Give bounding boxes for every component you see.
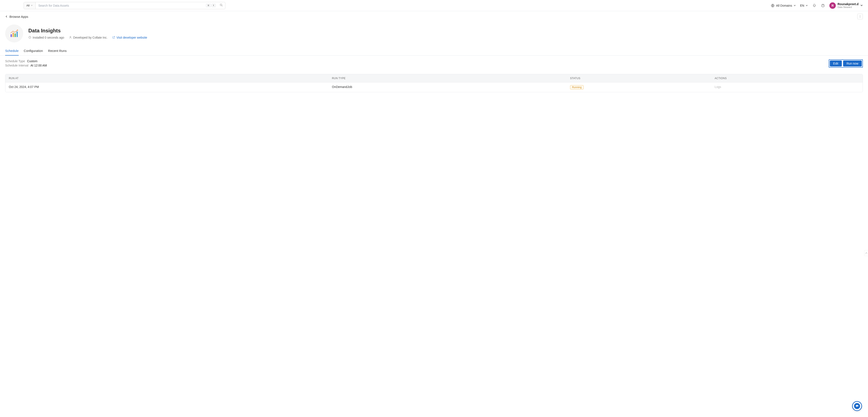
header-run-at: RUN AT bbox=[9, 77, 332, 80]
svg-point-5 bbox=[860, 15, 860, 16]
svg-point-7 bbox=[860, 17, 860, 18]
svg-point-13 bbox=[70, 36, 71, 37]
globe-icon bbox=[771, 3, 775, 8]
app-header: Data Insights Installed 0 seconds ago De… bbox=[0, 21, 868, 47]
external-link-icon bbox=[112, 36, 115, 39]
installed-meta: Installed 0 seconds ago bbox=[28, 36, 64, 39]
help-icon[interactable] bbox=[821, 3, 825, 8]
svg-line-1 bbox=[222, 6, 222, 6]
chevron-down-icon bbox=[31, 4, 33, 7]
user-name: Rounakpreet.d bbox=[838, 2, 859, 6]
avatar: R bbox=[829, 2, 836, 9]
language-selector[interactable]: EN bbox=[800, 4, 808, 7]
topbar: All ⌘ K All Domains EN bbox=[0, 0, 868, 11]
chevron-down-icon bbox=[806, 4, 808, 7]
chevron-down-icon bbox=[860, 4, 863, 7]
cell-status: Running bbox=[570, 85, 715, 90]
search-shortcut: ⌘ K bbox=[206, 4, 216, 7]
content: Schedule Type Custom Schedule Interval A… bbox=[0, 56, 868, 96]
user-role: Data Steward bbox=[838, 6, 859, 8]
schedule-interval-line: Schedule Interval At 12:00 AM bbox=[5, 64, 47, 67]
website-meta[interactable]: Visit developer website bbox=[112, 36, 147, 39]
svg-rect-11 bbox=[17, 32, 18, 37]
search-bar: All ⌘ K bbox=[24, 2, 225, 9]
tabs: Schedule Configuration Recent Runs bbox=[0, 47, 868, 56]
schedule-info: Schedule Type Custom Schedule Interval A… bbox=[5, 59, 47, 67]
svg-point-6 bbox=[860, 16, 860, 17]
table-header: RUN AT RUN TYPE STATUS ACTIONS bbox=[5, 74, 863, 83]
domain-selector[interactable]: All Domains bbox=[771, 3, 796, 8]
language-label: EN bbox=[800, 4, 804, 7]
app-icon bbox=[5, 25, 23, 42]
table-row: Oct 24, 2024, 4:07 PM OnDemandJob Runnin… bbox=[5, 83, 863, 92]
svg-point-0 bbox=[220, 4, 222, 6]
tab-configuration[interactable]: Configuration bbox=[24, 47, 43, 56]
header-status: STATUS bbox=[570, 77, 715, 80]
tab-recent-runs[interactable]: Recent Runs bbox=[48, 47, 67, 56]
header-run-type: RUN TYPE bbox=[332, 77, 570, 80]
search-filter-dropdown[interactable]: All bbox=[24, 2, 36, 9]
bell-icon[interactable] bbox=[812, 3, 816, 8]
schedule-row: Schedule Type Custom Schedule Interval A… bbox=[5, 59, 863, 68]
back-row: Browse Apps bbox=[0, 11, 868, 21]
schedule-interval-value: At 12:00 AM bbox=[30, 64, 47, 67]
person-icon bbox=[69, 36, 72, 39]
clock-icon bbox=[28, 36, 31, 39]
schedule-type-line: Schedule Type Custom bbox=[5, 59, 47, 63]
user-text: Rounakpreet.d Data Steward bbox=[838, 2, 859, 9]
app-title: Data Insights bbox=[28, 28, 147, 34]
search-filter-label: All bbox=[26, 4, 29, 7]
schedule-actions: Edit Run now bbox=[829, 59, 863, 68]
installed-text: Installed 0 seconds ago bbox=[33, 36, 64, 39]
back-label: Browse Apps bbox=[9, 15, 28, 19]
logs-link[interactable]: Logs bbox=[715, 85, 859, 90]
schedule-type-label: Schedule Type bbox=[5, 59, 25, 63]
search-input[interactable] bbox=[36, 2, 206, 9]
more-menu-button[interactable] bbox=[857, 14, 863, 19]
app-meta-row: Installed 0 seconds ago Developed by Col… bbox=[28, 36, 147, 39]
svg-rect-8 bbox=[11, 34, 12, 37]
cell-run-type: OnDemandJob bbox=[332, 85, 570, 90]
search-icon[interactable] bbox=[217, 3, 225, 7]
tab-schedule[interactable]: Schedule bbox=[5, 47, 19, 56]
header-actions: ACTIONS bbox=[715, 77, 859, 80]
kbd-cmd: ⌘ bbox=[206, 4, 211, 7]
avatar-initial: R bbox=[832, 4, 834, 7]
svg-rect-10 bbox=[14, 33, 16, 37]
chevron-down-icon bbox=[794, 4, 796, 7]
website-link: Visit developer website bbox=[117, 36, 147, 39]
cell-run-at: Oct 24, 2024, 4:07 PM bbox=[9, 85, 332, 90]
developer-meta: Developed by Collate Inc. bbox=[69, 36, 107, 39]
schedule-interval-label: Schedule Interval bbox=[5, 64, 28, 67]
svg-rect-9 bbox=[13, 33, 14, 37]
edit-button[interactable]: Edit bbox=[830, 61, 842, 66]
developer-text: Developed by Collate Inc. bbox=[73, 36, 107, 39]
app-info: Data Insights Installed 0 seconds ago De… bbox=[28, 28, 147, 39]
user-menu[interactable]: R Rounakpreet.d Data Steward bbox=[829, 2, 863, 9]
status-badge: Running bbox=[570, 85, 584, 90]
chevron-left-icon bbox=[5, 15, 8, 19]
kbd-k: K bbox=[212, 4, 216, 7]
back-link[interactable]: Browse Apps bbox=[5, 15, 28, 19]
domain-label: All Domains bbox=[776, 4, 792, 7]
schedule-type-value: Custom bbox=[27, 59, 37, 63]
runs-table: RUN AT RUN TYPE STATUS ACTIONS Oct 24, 2… bbox=[5, 74, 863, 92]
run-now-button[interactable]: Run now bbox=[843, 61, 862, 66]
